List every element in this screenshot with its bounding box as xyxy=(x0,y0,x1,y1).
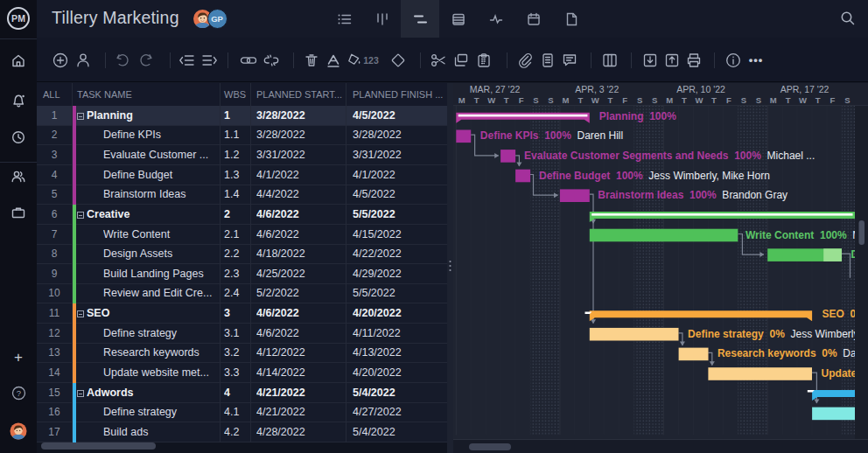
svg-text:F: F xyxy=(519,95,524,105)
svg-text:W: W xyxy=(696,95,704,105)
svg-text:T: T xyxy=(578,95,583,105)
svg-text:Brainstorm Ideas 100%: Brainstorm Ideas 100% xyxy=(598,189,717,201)
svg-text:W: W xyxy=(487,95,495,105)
svg-text:S: S xyxy=(844,95,850,105)
svg-text:S: S xyxy=(741,95,746,105)
svg-text:Define Budget 100%: Define Budget 100% xyxy=(539,170,643,182)
svg-text:S: S xyxy=(756,95,761,105)
svg-text:T: T xyxy=(816,95,821,105)
svg-text:W: W xyxy=(592,95,599,105)
svg-text:T: T xyxy=(504,95,509,105)
svg-text:Write Content 100%: Write Content 100% xyxy=(746,229,847,241)
svg-text:T: T xyxy=(786,95,791,105)
svg-text:Define KPIs 100%: Define KPIs 100% xyxy=(480,129,571,142)
svg-text:M: M xyxy=(562,95,569,105)
svg-text:Evaluate Customer Segments and: Evaluate Customer Segments and Needs 100… xyxy=(524,150,761,162)
svg-text:APR, 3 '22: APR, 3 '22 xyxy=(575,84,619,94)
svg-text:T: T xyxy=(607,95,612,105)
svg-text:W: W xyxy=(799,95,807,105)
svg-text:?: ? xyxy=(16,388,20,398)
svg-text:S: S xyxy=(533,95,538,105)
svg-text:F: F xyxy=(622,95,627,105)
svg-text:F: F xyxy=(830,95,836,105)
svg-text:M: M xyxy=(458,95,466,105)
svg-text:Define strategy 0%: Define strategy 0% xyxy=(688,328,785,340)
svg-text:S: S xyxy=(548,95,553,105)
svg-text:MAR, 27 '22: MAR, 27 '22 xyxy=(470,84,521,94)
svg-text:T: T xyxy=(682,95,687,105)
svg-text:S: S xyxy=(637,95,642,105)
svg-text:M: M xyxy=(666,95,673,105)
svg-text:S: S xyxy=(652,95,657,105)
svg-text:Planning 100%: Planning 100% xyxy=(599,110,676,122)
svg-text:T: T xyxy=(711,95,717,105)
svg-text:APR, 10 '22: APR, 10 '22 xyxy=(676,84,725,94)
svg-text:T: T xyxy=(474,95,480,105)
svg-text:M: M xyxy=(770,95,777,105)
svg-text:Research keywords 0%: Research keywords 0% xyxy=(718,347,837,359)
svg-text:F: F xyxy=(726,95,732,105)
svg-text:APR, 17 '22: APR, 17 '22 xyxy=(780,84,830,94)
